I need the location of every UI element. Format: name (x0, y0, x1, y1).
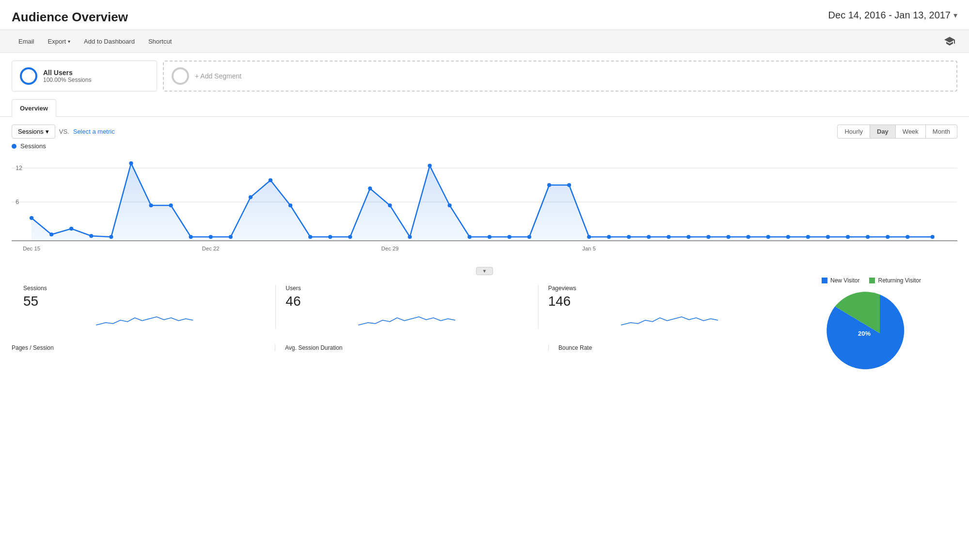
returning-visitor-legend-label: Returning Visitor (878, 277, 921, 284)
header: Audience Overview Dec 14, 2016 - Jan 13,… (0, 0, 969, 30)
svg-point-13 (169, 203, 173, 207)
active-segment-card[interactable]: All Users 100.00% Sessions (12, 61, 157, 92)
metric-dropdown-button[interactable]: Sessions ▾ (12, 124, 55, 139)
sessions-chart: 12 6 (12, 154, 957, 260)
time-btn-hourly[interactable]: Hourly (837, 124, 870, 139)
metric-card-sessions: Sessions 55 (23, 285, 276, 329)
svg-point-7 (49, 233, 53, 236)
svg-point-32 (547, 183, 551, 187)
new-visitor-legend-label: New Visitor (830, 277, 859, 284)
scroll-button[interactable]: ▼ (476, 267, 493, 275)
svg-point-12 (149, 203, 153, 207)
svg-text:6: 6 (16, 199, 19, 205)
pageviews-sparkline (548, 313, 791, 327)
time-btn-day[interactable]: Day (870, 124, 896, 139)
metrics-section: Sessions 55 Users 46 Pageviews 146 (12, 277, 822, 378)
svg-point-21 (328, 235, 332, 239)
svg-point-51 (931, 235, 935, 239)
bottom-metric-bounce-rate: Bounce Rate (558, 344, 822, 351)
add-to-dashboard-button[interactable]: Add to Dashboard (77, 30, 142, 53)
bounce-rate-label: Bounce Rate (558, 344, 812, 351)
svg-point-45 (806, 235, 810, 239)
svg-point-40 (706, 235, 710, 239)
svg-point-47 (846, 235, 850, 239)
returning-visitor-legend: Returning Visitor (869, 277, 921, 284)
svg-point-16 (229, 235, 233, 239)
time-btn-week[interactable]: Week (896, 124, 926, 139)
metrics-row: Sessions 55 Users 46 Pageviews 146 (12, 277, 822, 337)
svg-point-30 (508, 235, 511, 239)
svg-point-17 (249, 195, 253, 199)
sessions-legend: Sessions (12, 142, 957, 150)
segment-circle-icon (20, 67, 37, 85)
svg-point-50 (905, 235, 909, 239)
page-title: Audience Overview (12, 10, 128, 25)
new-visitor-legend: New Visitor (822, 277, 859, 284)
pie-chart-section: New Visitor Returning Visitor 20% (822, 277, 957, 378)
svg-point-25 (408, 235, 412, 239)
avg-session-label: Avg. Session Duration (285, 344, 539, 351)
segments-bar: All Users 100.00% Sessions + Add Segment (0, 53, 969, 99)
metric-label: Sessions (18, 128, 44, 135)
svg-text:Dec 29: Dec 29 (381, 246, 399, 251)
chart-area: Sessions 12 6 (0, 142, 969, 265)
select-metric-link[interactable]: Select a metric (73, 128, 115, 135)
pie-legend-row: New Visitor Returning Visitor (822, 277, 957, 284)
svg-text:Dec 15: Dec 15 (23, 246, 40, 251)
metric-selector: Sessions ▾ VS. Select a metric (12, 124, 115, 139)
segment-info: All Users 100.00% Sessions (43, 69, 91, 83)
svg-point-44 (786, 235, 790, 239)
graduation-cap-icon[interactable] (942, 33, 957, 49)
svg-point-11 (129, 161, 133, 165)
add-segment-circle-icon (172, 67, 189, 85)
time-btn-month[interactable]: Month (926, 124, 957, 139)
svg-point-29 (488, 235, 492, 239)
pie-chart: 20% (822, 290, 938, 377)
svg-point-9 (89, 234, 93, 238)
segment-name: All Users (43, 69, 91, 77)
svg-point-31 (527, 235, 531, 239)
time-buttons: Hourly Day Week Month (837, 124, 957, 139)
bottom-metric-pages-per-session: Pages / Session (12, 344, 275, 351)
toolbar: Email Export ▾ Add to Dashboard Shortcut (0, 30, 969, 53)
metric-card-pageviews: Pageviews 146 (548, 285, 800, 329)
svg-point-48 (866, 235, 870, 239)
svg-point-6 (30, 216, 33, 220)
svg-text:Dec 22: Dec 22 (202, 246, 220, 251)
svg-point-43 (766, 235, 770, 239)
date-range-text: Dec 14, 2016 - Jan 13, 2017 (828, 10, 951, 21)
svg-text:20%: 20% (858, 330, 871, 337)
scroll-indicator: ▼ (0, 267, 969, 275)
svg-point-18 (269, 178, 272, 182)
email-button[interactable]: Email (12, 30, 41, 53)
svg-point-33 (567, 183, 571, 187)
svg-point-10 (109, 235, 113, 239)
svg-text:12: 12 (16, 165, 22, 171)
users-value: 46 (286, 294, 528, 309)
svg-point-23 (368, 187, 372, 190)
bottom-metrics-row: Pages / Session Avg. Session Duration Bo… (12, 337, 822, 351)
svg-point-8 (69, 227, 73, 231)
svg-point-27 (448, 203, 452, 207)
svg-point-20 (308, 235, 312, 239)
svg-point-42 (747, 235, 750, 239)
chart-controls: Sessions ▾ VS. Select a metric Hourly Da… (0, 117, 969, 142)
export-button[interactable]: Export ▾ (41, 30, 78, 53)
export-dropdown-icon: ▾ (68, 39, 70, 44)
date-range-selector[interactable]: Dec 14, 2016 - Jan 13, 2017 ▾ (828, 10, 957, 21)
tab-overview[interactable]: Overview (12, 99, 56, 117)
svg-point-26 (428, 164, 431, 168)
sessions-sparkline (23, 313, 266, 327)
pages-per-session-label: Pages / Session (12, 344, 265, 351)
sessions-value: 55 (23, 294, 266, 309)
shortcut-button[interactable]: Shortcut (142, 30, 178, 53)
metric-card-users: Users 46 (286, 285, 538, 329)
bottom-metric-avg-session: Avg. Session Duration (285, 344, 549, 351)
svg-point-39 (686, 235, 690, 239)
svg-point-38 (667, 235, 670, 239)
date-range-arrow-icon: ▾ (953, 11, 957, 20)
users-label: Users (286, 285, 528, 292)
overview-tabs: Overview (0, 99, 969, 117)
add-segment-card[interactable]: + Add Segment (163, 61, 957, 92)
svg-point-15 (209, 235, 213, 239)
